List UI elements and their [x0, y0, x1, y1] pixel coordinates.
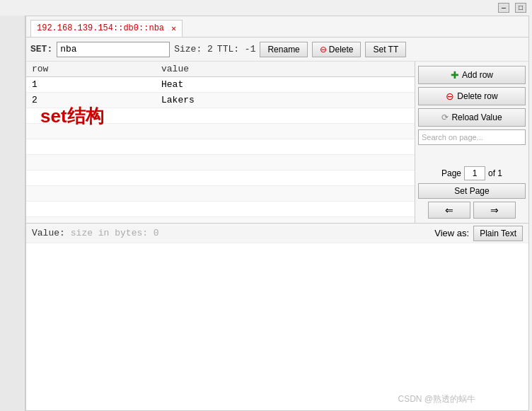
reload-label: Reload Value [451, 112, 502, 122]
value-label: Value: [32, 228, 65, 238]
table-header-row: row value [26, 62, 415, 77]
table-row[interactable]: 2 Lakers [26, 93, 415, 108]
cell-value-lakers[interactable]: Lakers [156, 93, 362, 108]
cell-value-heat[interactable]: Heat [156, 77, 362, 93]
plus-icon: ✚ [451, 69, 459, 81]
delete-label: Delete [329, 45, 354, 54]
toolbar: SET: Size: 2 TTL: -1 Rename ⊖ Delete Set… [26, 37, 528, 62]
delete-button[interactable]: ⊖ Delete [312, 42, 362, 57]
set-label: SET: [30, 44, 52, 54]
cell-row-2: 2 [26, 93, 156, 108]
col-value-header: value [156, 62, 362, 77]
data-table: row value 1 Heat 2 Lakers [26, 62, 415, 223]
body-area: row value 1 Heat 2 Lakers [26, 62, 528, 223]
cell-empty-2 [362, 93, 415, 108]
left-strip [0, 16, 25, 411]
sidebar: ✚ Add row ⊖ Delete row ⟳ Reload Value Pa… [415, 62, 528, 223]
delete-icon: ⊖ [320, 45, 327, 54]
set-page-button[interactable]: Set Page [418, 183, 526, 199]
minus-icon: ⊖ [446, 91, 454, 102]
empty-row [26, 170, 415, 186]
add-row-button[interactable]: ✚ Add row [418, 66, 526, 84]
empty-row [26, 217, 415, 224]
ttl-label: TTL: -1 [217, 44, 256, 54]
table-row[interactable]: 1 Heat [26, 77, 415, 93]
empty-row [26, 186, 415, 202]
title-bar: — □ [0, 0, 532, 16]
cell-row-1: 1 [26, 77, 156, 93]
delete-row-button[interactable]: ⊖ Delete row [418, 87, 526, 105]
view-as-label: View as: [434, 228, 469, 238]
reload-icon: ⟳ [441, 112, 449, 122]
value-bar: Value: size in bytes: 0 View as: Plain T… [26, 223, 528, 243]
of-label: of 1 [488, 168, 502, 178]
tab-label: 192.168.139.154::db0::nba [37, 23, 164, 33]
empty-row [26, 139, 415, 155]
add-row-label: Add row [462, 70, 493, 80]
search-input[interactable] [418, 129, 526, 145]
view-as-button[interactable]: Plain Text [473, 226, 523, 241]
tab-nba[interactable]: 192.168.139.154::db0::nba ✕ [30, 20, 183, 37]
value-hint: size in bytes: 0 [71, 228, 159, 238]
page-input[interactable] [464, 166, 485, 180]
empty-row [26, 124, 415, 139]
cell-empty-1 [362, 77, 415, 93]
main-window: 192.168.139.154::db0::nba ✕ SET: Size: 2… [25, 16, 529, 411]
delete-row-label: Delete row [457, 91, 497, 101]
rename-button[interactable]: Rename [260, 42, 307, 57]
minimize-button[interactable]: — [498, 3, 509, 13]
prev-page-button[interactable]: ⇐ [428, 202, 470, 219]
page-row: Page of 1 [418, 166, 526, 180]
set-tt-button[interactable]: Set TT [365, 42, 406, 57]
table-area: row value 1 Heat 2 Lakers [26, 62, 415, 223]
reload-value-button[interactable]: ⟳ Reload Value [418, 108, 526, 127]
size-label: Size: 2 [174, 44, 213, 54]
value-editor[interactable] [26, 243, 528, 410]
col-empty-header [362, 62, 415, 77]
set-input[interactable] [57, 42, 170, 57]
maximize-button[interactable]: □ [515, 3, 526, 13]
next-page-button[interactable]: ⇒ [473, 202, 516, 219]
col-row-header: row [26, 62, 156, 77]
tab-bar: 192.168.139.154::db0::nba ✕ [26, 16, 528, 37]
page-label: Page [441, 168, 461, 178]
empty-row [26, 155, 415, 170]
view-as-section: View as: Plain Text [434, 226, 523, 241]
empty-row [26, 108, 415, 124]
empty-row [26, 202, 415, 217]
nav-row: ⇐ ⇒ [418, 202, 526, 219]
tab-close-button[interactable]: ✕ [171, 23, 176, 34]
